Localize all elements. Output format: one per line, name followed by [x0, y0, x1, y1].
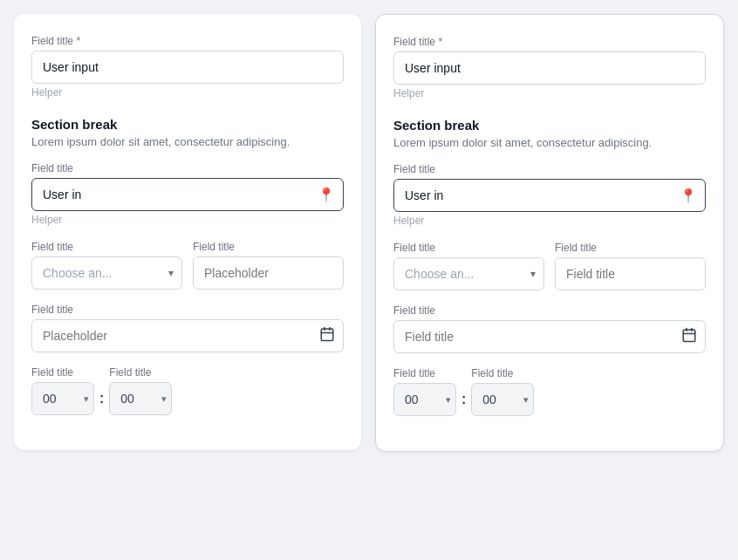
location-field-label-left: Field title: [31, 162, 344, 174]
location-input-left[interactable]: [31, 178, 344, 211]
row-two-right: Field title Choose an... ▾ Field title: [393, 242, 706, 290]
date-input-right[interactable]: [393, 320, 706, 353]
time-min-label-right: Field title: [471, 367, 534, 379]
time-separator-right: :: [461, 392, 466, 407]
time-min-select-right[interactable]: 00: [471, 383, 534, 416]
time-hour-label-right: Field title: [393, 367, 456, 379]
select-input-right[interactable]: Choose an...: [393, 257, 544, 290]
select-wrapper-right: Choose an... ▾: [393, 257, 544, 290]
section-break-right: Section break Lorem ipsum dolor sit amet…: [393, 118, 706, 149]
top-helper-right: Helper: [393, 87, 424, 99]
placeholder-input-right[interactable]: [555, 257, 706, 290]
date-input-wrapper-left: [31, 319, 344, 352]
section-desc-right: Lorem ipsum dolor sit amet, consectetur …: [393, 136, 706, 149]
date-field-group-right: Field title: [393, 304, 706, 353]
date-input-left[interactable]: [31, 319, 344, 352]
date-input-wrapper-right: [393, 320, 706, 353]
location-field-group-left: Field title 📍 Helper: [31, 162, 344, 227]
time-min-wrapper-left: 00 ▾: [109, 382, 172, 415]
time-min-label-left: Field title: [109, 366, 172, 379]
label-text: Field title: [31, 35, 73, 47]
location-input-wrapper-right: 📍: [393, 179, 706, 212]
select-field-group-left: Field title Choose an... ▾: [31, 241, 182, 290]
date-field-group-left: Field title: [31, 304, 344, 352]
time-hour-wrapper-right: 00 ▾: [393, 383, 456, 416]
row-two-left: Field title Choose an... ▾ Field title: [31, 241, 344, 290]
top-input-wrapper: [31, 51, 344, 84]
placeholder-label-left: Field title: [193, 241, 344, 253]
location-input-right[interactable]: [393, 179, 706, 212]
time-hour-select-left[interactable]: 00: [31, 382, 94, 415]
section-break-left: Section break Lorem ipsum dolor sit amet…: [31, 117, 344, 148]
top-input-wrapper-right: [393, 51, 706, 85]
select-label-right: Field title: [393, 242, 544, 254]
location-helper-left: Helper: [31, 214, 62, 226]
top-field-group: Field title * Helper: [31, 35, 344, 99]
time-min-wrapper-right: 00 ▾: [471, 383, 534, 416]
location-helper-right: Helper: [393, 215, 424, 227]
time-row-left: Field title 00 ▾ : Field title 00 ▾: [31, 366, 344, 415]
placeholder-label-right: Field title: [555, 242, 706, 254]
time-hour-select-right[interactable]: 00: [393, 383, 456, 416]
time-hour-group-right: Field title 00 ▾: [393, 367, 456, 416]
select-input-left[interactable]: Choose an...: [31, 256, 182, 290]
select-field-group-right: Field title Choose an... ▾: [393, 242, 544, 290]
time-min-group-left: Field title 00 ▾: [109, 366, 172, 415]
placeholder-field-group-left: Field title: [193, 241, 344, 290]
section-title-right: Section break: [393, 118, 706, 133]
date-label-left: Field title: [31, 304, 344, 316]
required-marker: *: [76, 35, 80, 47]
time-hour-wrapper-left: 00 ▾: [31, 382, 94, 415]
location-field-group-right: Field title 📍 Helper: [393, 163, 706, 228]
time-separator-left: :: [99, 391, 104, 406]
top-input[interactable]: [31, 51, 344, 84]
location-input-wrapper-left: 📍: [31, 178, 344, 211]
select-label-left: Field title: [31, 241, 182, 253]
placeholder-field-group-right: Field title: [555, 242, 706, 290]
top-input-right[interactable]: [393, 51, 706, 85]
label-text-right: Field title: [393, 36, 435, 48]
left-panel: Field title * Helper Section break Lorem…: [14, 14, 361, 450]
select-wrapper-left: Choose an... ▾: [31, 256, 182, 290]
top-field-label: Field title *: [31, 35, 344, 47]
required-marker-right: *: [438, 36, 442, 48]
time-min-group-right: Field title 00 ▾: [471, 367, 534, 416]
placeholder-input-left[interactable]: [193, 256, 344, 290]
time-row-right: Field title 00 ▾ : Field title 00 ▾: [393, 367, 706, 416]
top-field-group-right: Field title * Helper: [393, 36, 706, 100]
section-desc-left: Lorem ipsum dolor sit amet, consectetur …: [31, 135, 344, 148]
location-field-label-right: Field title: [393, 163, 706, 175]
date-label-right: Field title: [393, 304, 706, 317]
time-hour-label-left: Field title: [31, 366, 94, 379]
time-min-select-left[interactable]: 00: [109, 382, 172, 415]
time-hour-group-left: Field title 00 ▾: [31, 366, 94, 415]
top-field-label-right: Field title *: [393, 36, 706, 48]
section-title-left: Section break: [31, 117, 344, 132]
right-panel: Field title * Helper Section break Lorem…: [375, 14, 724, 452]
top-helper: Helper: [31, 86, 62, 99]
